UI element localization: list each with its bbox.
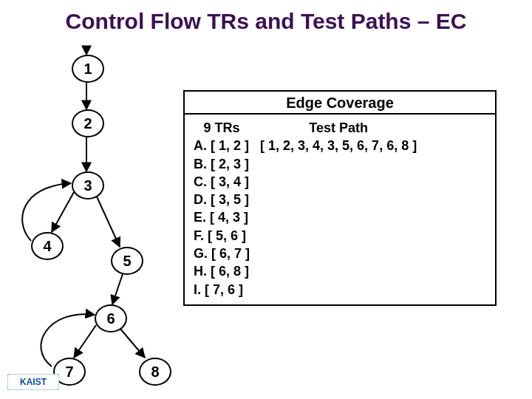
node-label: 8 (151, 364, 159, 381)
cfg-node-2: 2 (72, 109, 104, 137)
node-label: 1 (83, 61, 92, 78)
slide: Control Flow TRs and Test Paths – EC 1 2… (0, 0, 532, 399)
tr-f: F. [ 5, 6 ] (194, 227, 250, 245)
cfg-node-4: 4 (31, 232, 64, 260)
tr-g: G. [ 6, 7 ] (194, 245, 250, 262)
tr-c: C. [ 3, 4 ] (194, 173, 250, 191)
node-label: 7 (65, 364, 73, 381)
tr-i: I. [ 7, 6 ] (194, 281, 250, 299)
edge-coverage-box: Edge Coverage 9 TRsA. [ 1, 2 ]B. [ 2, 3 … (183, 90, 497, 306)
node-label: 3 (83, 177, 92, 194)
cfg-node-8: 8 (139, 358, 171, 386)
trs-heading: 9 TRs (194, 119, 250, 137)
node-label: 4 (43, 238, 51, 255)
kaist-logo: KAIST (7, 374, 59, 393)
tr-a: A. [ 1, 2 ] (194, 137, 250, 154)
cfg-node-5: 5 (111, 247, 143, 275)
testpath-value: [ 1, 2, 3, 4, 3, 5, 6, 7, 6, 8 ] (260, 137, 417, 154)
tr-h: H. [ 6, 8 ] (194, 262, 250, 280)
cfg-node-3: 3 (72, 171, 104, 200)
trs-column: 9 TRsA. [ 1, 2 ]B. [ 2, 3 ]C. [ 3, 4 ]D.… (185, 115, 257, 304)
node-label: 2 (83, 115, 92, 132)
cfg-node-1: 1 (72, 55, 104, 83)
testpath-heading: Test Path (260, 119, 417, 137)
node-label: 6 (106, 310, 115, 327)
cfg-node-6: 6 (95, 304, 127, 332)
logo-text: KAIST (20, 377, 47, 387)
tr-b: B. [ 2, 3 ] (194, 155, 250, 173)
kaist-logo-icon: KAIST (7, 374, 59, 390)
node-label: 5 (123, 253, 131, 270)
testpath-column: Test Path [ 1, 2, 3, 4, 3, 5, 6, 7, 6, 8… (257, 115, 424, 304)
tr-d: D. [ 3, 5 ] (194, 191, 250, 208)
tr-e: E. [ 4, 3 ] (194, 208, 250, 226)
edge-coverage-title: Edge Coverage (185, 92, 495, 115)
